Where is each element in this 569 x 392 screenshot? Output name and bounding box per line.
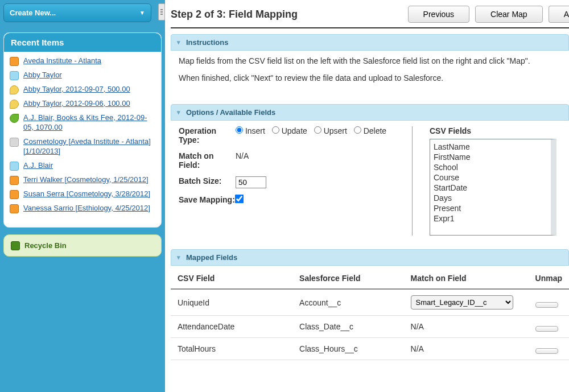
unmap-button[interactable]	[535, 302, 558, 308]
action-button-partial[interactable]: A	[549, 6, 569, 23]
csv-field-option[interactable]: LastName	[434, 142, 547, 152]
cell-match-field: N/A	[404, 316, 529, 338]
blue-icon	[10, 71, 19, 80]
orange-icon	[10, 190, 19, 199]
unmap-button[interactable]	[535, 326, 558, 332]
cell-csv-field: TotalHours	[171, 338, 292, 360]
operation-type-label: Operation Type:	[179, 126, 236, 145]
radio-delete-label: Delete	[364, 126, 386, 135]
yellow-icon	[10, 100, 19, 109]
mapped-fields-header[interactable]: Mapped Fields	[171, 249, 569, 266]
gray-icon	[10, 138, 19, 147]
operation-type-radios: Insert Update Upsert Delete	[236, 126, 395, 145]
create-new-button[interactable]: Create New... ▼	[3, 3, 151, 22]
cell-match-field: Smart_Legacy_ID__c	[404, 289, 529, 316]
radio-insert-wrap[interactable]: Insert	[236, 126, 265, 135]
batch-size-input[interactable]	[236, 176, 266, 188]
table-row: AttendanceDateClass_Date__cN/A	[171, 316, 569, 338]
radio-delete-wrap[interactable]: Delete	[354, 126, 386, 135]
cell-sf-field: Class_Hours__c	[292, 338, 403, 360]
clear-map-button[interactable]: Clear Map	[475, 6, 543, 23]
recent-item-link[interactable]: Cosmetology [Aveda Institute - Atlanta] …	[23, 137, 155, 156]
recent-item-link[interactable]: Abby Taylor	[23, 71, 62, 80]
csv-fields-listbox[interactable]: LastNameFirstNameSchoolCourseStartDateDa…	[430, 139, 556, 236]
options-divider	[412, 126, 413, 236]
page-title: Step 2 of 3: Field Mapping	[171, 9, 402, 20]
csv-field-option[interactable]: FirstName	[434, 152, 547, 162]
options-left-column: Operation Type: Insert Update Upsert Del…	[179, 126, 395, 236]
radio-update-label: Update	[282, 126, 307, 135]
table-header-row: CSV Field Salesforce Field Match on Fiel…	[171, 268, 569, 289]
recent-items-list: Aveda Institute - AtlantaAbby TaylorAbby…	[4, 52, 161, 227]
match-on-field-select[interactable]: Smart_Legacy_ID__c	[411, 295, 513, 310]
cell-unmap	[529, 289, 569, 316]
options-header[interactable]: Options / Available Fields	[171, 104, 569, 121]
recent-item-link[interactable]: Abby Taylor, 2012-09-07, 500.00	[23, 85, 130, 94]
col-csv-field: CSV Field	[171, 268, 292, 289]
cell-sf-field: Account__c	[292, 289, 403, 316]
save-mapping-checkbox[interactable]	[235, 195, 244, 204]
recent-items-panel: Recent Items Aveda Institute - AtlantaAb…	[3, 32, 162, 228]
csv-field-option[interactable]: School	[434, 162, 547, 172]
recent-item: Susan Serra [Cosmetology, 3/28/2012]	[10, 189, 155, 199]
blue-icon	[10, 162, 19, 171]
match-on-field-label: Match on Field:	[179, 151, 236, 170]
cell-unmap	[529, 338, 569, 360]
csv-fields-panel: CSV Fields LastNameFirstNameSchoolCourse…	[430, 126, 561, 236]
radio-insert-label: Insert	[245, 126, 265, 135]
recent-items-header: Recent Items	[4, 33, 161, 52]
recent-item-link[interactable]: Vanessa Sarrio [Esthiology, 4/25/2012]	[23, 204, 150, 213]
recent-item: Terri Walker [Cosmetology, 1/25/2012]	[10, 175, 155, 185]
instructions-line-1: Map fields from the CSV field list on th…	[179, 56, 561, 65]
unmap-button[interactable]	[535, 348, 558, 354]
recent-item: Aveda Institute - Atlanta	[10, 56, 155, 66]
recent-item-link[interactable]: A.J. Blair, Books & Kits Fee, 2012-09-05…	[23, 113, 155, 133]
options-body: Operation Type: Insert Update Upsert Del…	[171, 121, 569, 249]
mapped-fields-table: CSV Field Salesforce Field Match on Fiel…	[171, 268, 569, 360]
col-sf-field: Salesforce Field	[292, 268, 403, 289]
csv-field-option[interactable]: StartDate	[434, 183, 547, 193]
yellow-icon	[10, 85, 19, 94]
radio-delete[interactable]	[354, 126, 361, 134]
col-unmap: Unmap	[529, 268, 569, 289]
recycle-icon	[11, 241, 20, 250]
cell-match-field: N/A	[404, 338, 529, 360]
csv-field-option[interactable]: Expr1	[434, 213, 547, 224]
csv-field-option[interactable]: Course	[434, 172, 547, 183]
wizard-header: Step 2 of 3: Field Mapping Previous Clea…	[171, 6, 569, 28]
sidebar: Create New... ▼ Recent Items Aveda Insti…	[0, 0, 165, 392]
recent-item-link[interactable]: Susan Serra [Cosmetology, 3/28/2012]	[23, 189, 150, 199]
radio-update[interactable]	[272, 126, 279, 134]
recent-item: Cosmetology [Aveda Institute - Atlanta] …	[10, 137, 155, 156]
recycle-bin-link[interactable]: Recycle Bin	[3, 234, 162, 257]
csv-field-option[interactable]: Present	[434, 203, 547, 213]
radio-insert[interactable]	[236, 126, 243, 134]
recent-item-link[interactable]: Aveda Institute - Atlanta	[23, 56, 101, 66]
recent-item: Abby Taylor	[10, 71, 155, 80]
save-mapping-label: Save Mapping:	[179, 195, 236, 204]
table-row: TotalHoursClass_Hours__cN/A	[171, 338, 569, 360]
recent-item-link[interactable]: A.J. Blair	[23, 161, 53, 171]
cell-sf-field: Class_Date__c	[292, 316, 403, 338]
csv-field-option[interactable]: Days	[434, 193, 547, 203]
recent-item: Vanessa Sarrio [Esthiology, 4/25/2012]	[10, 204, 155, 213]
recent-item-link[interactable]: Terri Walker [Cosmetology, 1/25/2012]	[23, 175, 149, 185]
orange-icon	[10, 57, 19, 66]
radio-upsert[interactable]	[314, 126, 321, 134]
recent-item: Abby Taylor, 2012-09-07, 500.00	[10, 85, 155, 94]
cell-csv-field: UniqueId	[171, 289, 292, 316]
radio-update-wrap[interactable]: Update	[272, 126, 307, 135]
instructions-header[interactable]: Instructions	[171, 34, 569, 51]
radio-upsert-label: Upsert	[324, 126, 347, 135]
orange-icon	[10, 204, 19, 213]
cell-csv-field: AttendanceDate	[171, 316, 292, 338]
radio-upsert-wrap[interactable]: Upsert	[314, 126, 347, 135]
green-icon	[10, 114, 19, 123]
recycle-bin-label: Recycle Bin	[24, 241, 67, 250]
recent-item-link[interactable]: Abby Taylor, 2012-09-06, 100.00	[23, 99, 130, 109]
instructions-body: Map fields from the CSV field list on th…	[171, 51, 569, 104]
previous-button[interactable]: Previous	[408, 6, 469, 23]
cell-unmap	[529, 316, 569, 338]
match-on-field-value: N/A	[236, 151, 395, 170]
sidebar-collapse-handle[interactable]	[158, 3, 165, 20]
